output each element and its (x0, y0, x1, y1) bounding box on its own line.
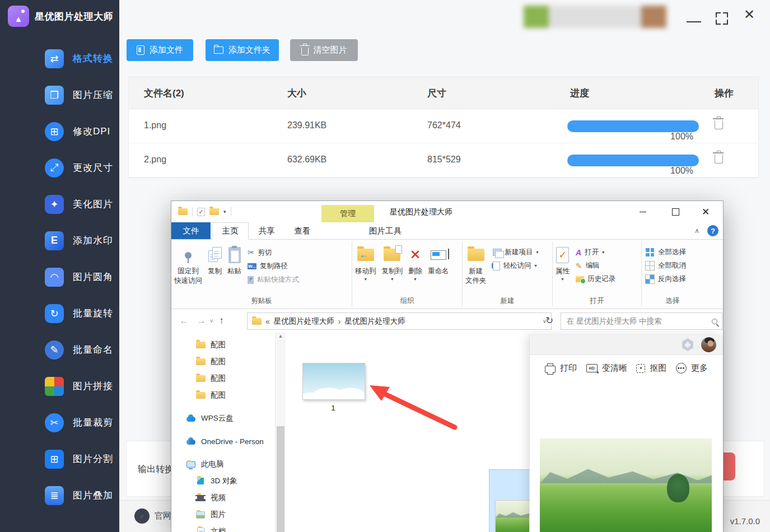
scroll-up-icon[interactable]: ▲ (276, 333, 286, 339)
batch-crop-icon (45, 413, 64, 432)
tree-item[interactable]: 配图 (171, 387, 275, 404)
tree-item[interactable]: 文档 (171, 523, 275, 532)
tree-item[interactable]: 视频 (171, 489, 275, 506)
minimize-button[interactable] (687, 12, 701, 22)
this-pc-icon (186, 461, 195, 468)
refresh-icon[interactable]: ↻ (545, 315, 553, 326)
close-button[interactable]: ✕ (744, 7, 755, 22)
history-button[interactable]: 历史记录 (576, 274, 615, 284)
sidebar-item[interactable]: 图片拼接 (0, 368, 119, 404)
breadcrumb-segment[interactable]: 星优图片处理大师 (344, 316, 405, 326)
forward-button[interactable]: → (197, 315, 206, 326)
explorer-close-button[interactable]: ✕ (693, 201, 718, 222)
ribbon: 固定到 快速访问 复制 粘贴 剪切 (171, 240, 723, 309)
tab-share[interactable]: 共享 (249, 222, 284, 239)
tab-home[interactable]: 主页 (212, 222, 249, 240)
select-all-button[interactable]: 全部选择 (645, 248, 686, 257)
pin-to-quick-access-button[interactable]: 固定到 快速访问 (171, 244, 205, 287)
explorer-minimize-button[interactable] (630, 201, 656, 222)
cell-size: 239.91KB (287, 120, 326, 130)
tree-item[interactable]: 图片 (171, 506, 275, 523)
sidebar-item[interactable]: 批量命名 (0, 332, 119, 368)
delete-row-icon[interactable] (715, 155, 723, 164)
tree-item[interactable]: 3D 对象 (171, 473, 275, 489)
paste-shortcut-button[interactable]: 粘贴快捷方式 (248, 275, 299, 284)
tree-item[interactable]: 配图 (171, 337, 275, 353)
move-to-button[interactable]: 移动到 ▾ (352, 244, 379, 282)
add-file-button[interactable]: 添加文件 (127, 39, 193, 61)
tree-scrollbar[interactable]: ▲ (275, 332, 286, 532)
breadcrumb-prefix[interactable]: « (265, 317, 270, 326)
image-thumbnail-1[interactable] (302, 363, 365, 400)
sidebar-item[interactable]: 批量旋转 (0, 295, 119, 332)
search-input[interactable] (566, 316, 712, 326)
copy-to-button[interactable]: 复制到 ▾ (379, 244, 406, 282)
open-button[interactable]: 打开 ▾ (576, 248, 615, 257)
add-folder-button[interactable]: 添加文件夹 (206, 39, 279, 61)
delete-row-icon[interactable] (715, 120, 723, 129)
easy-access-button[interactable]: 轻松访问 ▾ (493, 261, 539, 270)
sidebar-item[interactable]: 美化图片 (0, 186, 119, 222)
sidebar-item[interactable]: 图片叠加 (0, 477, 119, 514)
explorer-maximize-button[interactable] (662, 201, 688, 222)
more-icon (676, 363, 687, 374)
group-label-clipboard: 剪贴板 (171, 296, 352, 309)
manage-context-tab[interactable]: 管理 (321, 205, 374, 222)
checkmark-icon[interactable]: ✓ (197, 208, 205, 216)
viewer-action-button[interactable]: 打印 (545, 363, 577, 374)
folder-icon[interactable] (178, 208, 188, 215)
delete-button[interactable]: 删除 ▾ (405, 244, 425, 282)
help-icon[interactable]: ? (707, 225, 718, 236)
folder-icon[interactable] (209, 208, 219, 215)
search-icon[interactable] (712, 319, 717, 324)
copy-path-button[interactable]: 复制路径 (248, 262, 299, 271)
copy-button[interactable]: 复制 (205, 244, 225, 277)
chevron-down-icon[interactable]: ▾ (223, 209, 226, 214)
clear-images-button[interactable]: 清空图片 (290, 39, 358, 61)
recent-locations-icon[interactable]: ∨ (209, 318, 213, 324)
back-button[interactable]: ← (179, 315, 189, 326)
invert-selection-button[interactable]: 反向选择 (645, 274, 686, 284)
select-none-button[interactable]: 全部取消 (645, 261, 686, 270)
tree-item[interactable]: OneDrive - Person (171, 433, 275, 450)
tree-item[interactable]: 此电脑 (171, 456, 275, 473)
resize-icon (45, 158, 64, 178)
rename-button[interactable]: 重命名 (425, 244, 452, 277)
tree-item[interactable]: WPS云盘 (171, 410, 275, 427)
badge-icon[interactable] (682, 338, 694, 351)
tree-item[interactable]: 配图 (171, 370, 275, 387)
properties-button[interactable]: 属性 ▾ (553, 244, 572, 282)
paste-button[interactable]: 粘贴 (225, 244, 244, 277)
collapse-ribbon-icon[interactable]: ∧ (694, 227, 699, 235)
new-folder-button[interactable]: 新建 文件夹 (463, 244, 489, 287)
sidebar-item[interactable]: 批量裁剪 (0, 404, 119, 441)
search-box[interactable] (561, 312, 722, 330)
viewer-action-button[interactable]: 变清晰 (586, 363, 627, 374)
sidebar-item[interactable]: 修改DPI (0, 113, 119, 150)
tab-picture-tools[interactable]: 图片工具 (359, 222, 412, 239)
tab-file[interactable]: 文件 (171, 222, 211, 239)
user-avatar[interactable] (701, 337, 716, 352)
scrollbar-thumb[interactable] (277, 426, 284, 532)
sidebar-item[interactable]: 图片分割 (0, 441, 119, 477)
progress-bar: 100% (567, 120, 699, 132)
sidebar-item[interactable]: 图片圆角 (0, 259, 119, 295)
cut-button[interactable]: 剪切 (248, 248, 299, 258)
official-website-link[interactable]: e 官网 (134, 508, 171, 524)
viewer-action-button[interactable]: 更多 (676, 363, 708, 374)
breadcrumb-segment[interactable]: 星优图片处理大师 (274, 316, 334, 326)
sidebar-item[interactable]: 格式转换 (0, 40, 119, 77)
sidebar-item[interactable]: 添加水印 (0, 222, 119, 259)
open-icon (576, 248, 581, 257)
sidebar-item[interactable]: 图片压缩 (0, 77, 119, 113)
viewer-action-button[interactable]: 抠图 (636, 363, 666, 374)
address-bar[interactable]: « 星优图片处理大师 › 星优图片处理大师 ∨ (247, 312, 552, 330)
maximize-button[interactable] (716, 12, 728, 25)
up-button[interactable]: ↑ (219, 315, 224, 326)
edit-button[interactable]: 编辑 (576, 261, 615, 270)
tab-view[interactable]: 查看 (284, 222, 320, 239)
sidebar-item[interactable]: 更改尺寸 (0, 150, 119, 186)
new-item-button[interactable]: 新建项目 ▾ (493, 248, 539, 257)
dropdown-caret: ▾ (561, 278, 563, 281)
tree-item[interactable]: 配图 (171, 353, 275, 370)
